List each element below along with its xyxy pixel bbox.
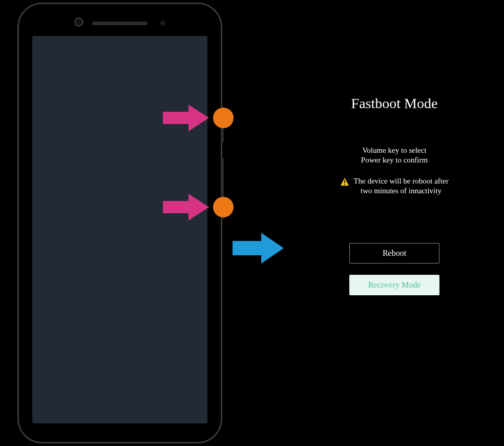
warning-triangle-icon: [340, 177, 349, 187]
fastboot-title: Fastboot Mode: [287, 95, 502, 112]
svg-marker-2: [233, 233, 284, 263]
instruction-line-2: Power key to confirm: [361, 156, 428, 164]
warning-text: The device will be roboot after two minu…: [353, 176, 448, 196]
volume-button-marker-icon: [213, 108, 234, 128]
warning-line-2: two minutes of innactivity: [361, 187, 442, 195]
phone-screen: [32, 36, 207, 423]
instruction-line-1: Volume key to select: [362, 146, 426, 154]
inactivity-warning: The device will be roboot after two minu…: [287, 176, 502, 196]
svg-rect-5: [344, 184, 345, 185]
front-camera-icon: [74, 17, 83, 27]
fastboot-screen: Fastboot Mode Volume key to select Power…: [287, 0, 502, 446]
phone-frame: [17, 3, 222, 443]
svg-rect-4: [344, 180, 345, 183]
reboot-option[interactable]: Reboot: [349, 243, 439, 263]
fastboot-options: Reboot Recovery Mode: [287, 243, 502, 295]
power-button-marker-icon: [213, 197, 234, 217]
fastboot-instructions: Volume key to select Power key to confir…: [287, 146, 502, 165]
press-volume-arrow-icon: [163, 104, 209, 132]
press-power-arrow-icon: [163, 193, 209, 221]
warning-line-1: The device will be roboot after: [353, 177, 448, 185]
result-arrow-icon: [233, 232, 284, 265]
recovery-mode-option[interactable]: Recovery Mode: [349, 275, 439, 295]
phone-body: [24, 9, 216, 437]
svg-marker-0: [163, 105, 209, 131]
earpiece-speaker-icon: [92, 22, 148, 25]
proximity-sensor-icon: [160, 21, 165, 26]
svg-marker-1: [163, 194, 209, 220]
